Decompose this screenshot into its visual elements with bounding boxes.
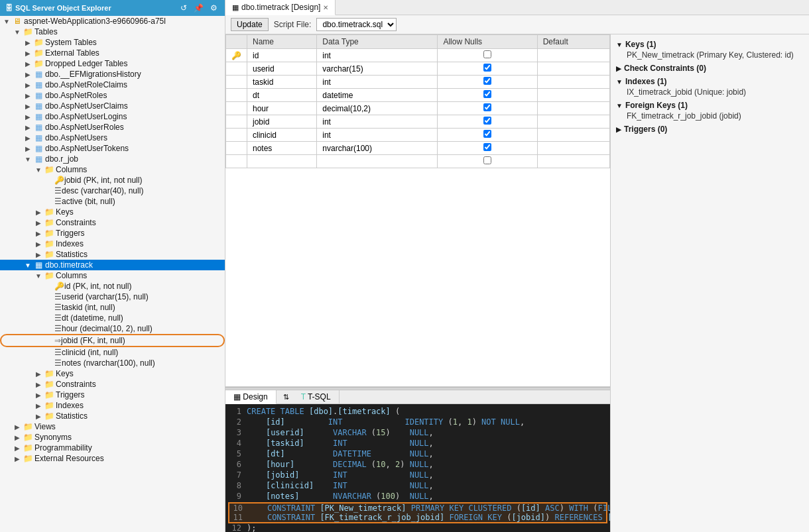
row-nulls-cell[interactable] xyxy=(438,129,537,142)
allow-nulls-checkbox[interactable] xyxy=(483,90,491,98)
timetrack-child-node[interactable]: ▶📁Constraints xyxy=(0,379,225,390)
timetrack-columns-node[interactable]: ▼ 📁 Columns xyxy=(0,270,225,281)
row-name-cell[interactable]: dt xyxy=(247,89,317,102)
check-constraints-expand[interactable]: ▶ xyxy=(616,65,621,72)
row-datatype-cell[interactable]: int xyxy=(317,129,438,142)
synonyms-node[interactable]: ▶ 📁 Synonyms xyxy=(0,432,225,443)
row-name-cell[interactable]: hour xyxy=(247,102,317,115)
row-datatype-cell[interactable]: datetime xyxy=(317,89,438,102)
row-default-cell[interactable] xyxy=(537,155,609,168)
design-tab[interactable]: ▦ Design xyxy=(225,390,277,404)
column-node[interactable]: ☰desc (varchar(40), null) xyxy=(0,186,225,196)
table-node[interactable]: ▶▦dbo.AspNetUserTokens xyxy=(0,143,225,154)
triggers-expand-icon[interactable]: ▶ xyxy=(616,126,621,133)
table-node[interactable]: ▶▦dbo.AspNetUserClaims xyxy=(0,101,225,111)
foreign-keys-expand-icon[interactable]: ▼ xyxy=(616,102,623,109)
allow-nulls-checkbox[interactable] xyxy=(483,130,491,138)
tables-node[interactable]: ▼ 📁 Tables xyxy=(0,27,225,37)
system-tables-node[interactable]: ▶ 📁 System Tables xyxy=(0,37,225,48)
allow-nulls-checkbox[interactable] xyxy=(483,77,491,85)
table-row[interactable]: 🔑 id int xyxy=(226,49,610,62)
update-button[interactable]: Update xyxy=(231,18,269,31)
row-default-cell[interactable] xyxy=(537,89,609,102)
timetrack-child-node[interactable]: ▶📁Keys xyxy=(0,368,225,379)
swap-button[interactable]: ⇅ xyxy=(279,391,293,403)
refresh-button[interactable]: ↺ xyxy=(178,3,189,13)
timetrack-col-node[interactable]: ⇒jobid (FK, int, null) xyxy=(0,334,225,347)
settings-button[interactable]: ⚙ xyxy=(208,3,219,13)
column-node[interactable]: 🔑jobid (PK, int, not null) xyxy=(0,175,225,186)
row-datatype-cell[interactable]: decimal(10,2) xyxy=(317,102,438,115)
row-datatype-cell[interactable]: int xyxy=(317,49,438,62)
table-row[interactable]: userid varchar(15) xyxy=(226,62,610,76)
table-node[interactable]: ▶▦dbo.__EFMigrationsHistory xyxy=(0,69,225,80)
timetrack-col-node[interactable]: 🔑id (PK, int, not null) xyxy=(0,281,225,292)
timetrack-child-node[interactable]: ▶📁Indexes xyxy=(0,400,225,411)
column-node[interactable]: ☰active (bit, null) xyxy=(0,196,225,207)
dropped-ledger-node[interactable]: ▶ 📁 Dropped Ledger Tables xyxy=(0,58,225,69)
tsql-tab[interactable]: T T-SQL xyxy=(293,390,340,403)
row-name-cell[interactable]: notes xyxy=(247,142,317,155)
allow-nulls-checkbox[interactable] xyxy=(483,156,491,164)
row-name-cell[interactable] xyxy=(247,155,317,168)
row-name-cell[interactable]: id xyxy=(247,49,317,62)
row-nulls-cell[interactable] xyxy=(438,76,537,89)
row-name-cell[interactable]: jobid xyxy=(247,115,317,129)
row-name-cell[interactable]: taskid xyxy=(247,76,317,89)
timetrack-col-node[interactable]: ☰userid (varchar(15), null) xyxy=(0,292,225,302)
keys-expand-icon[interactable]: ▼ xyxy=(616,41,623,48)
row-default-cell[interactable] xyxy=(537,115,609,129)
table-row[interactable]: notes nvarchar(100) xyxy=(226,142,610,155)
r-job-columns-node[interactable]: ▼ 📁 Columns xyxy=(0,164,225,175)
tree-child-node[interactable]: ▶📁Triggers xyxy=(0,228,225,239)
tree-child-node[interactable]: ▶📁Keys xyxy=(0,207,225,217)
allow-nulls-checkbox[interactable] xyxy=(483,143,491,151)
timetrack-col-node[interactable]: ☰dt (datetime, null) xyxy=(0,313,225,323)
row-default-cell[interactable] xyxy=(537,129,609,142)
table-node[interactable]: ▶▦dbo.AspNetRoles xyxy=(0,90,225,101)
table-row[interactable]: dt datetime xyxy=(226,89,610,102)
external-tables-node[interactable]: ▶ 📁 External Tables xyxy=(0,48,225,58)
pin-button[interactable]: 📌 xyxy=(192,3,206,13)
row-nulls-cell[interactable] xyxy=(438,115,537,129)
row-datatype-cell[interactable]: nvarchar(100) xyxy=(317,142,438,155)
table-row[interactable]: taskid int xyxy=(226,76,610,89)
timetrack-col-node[interactable]: ☰notes (nvarchar(100), null) xyxy=(0,358,225,368)
main-tab[interactable]: ▦ dbo.timetrack [Design] ✕ xyxy=(225,0,336,15)
timetrack-col-node[interactable]: ☰clinicid (int, null) xyxy=(0,347,225,358)
row-nulls-cell[interactable] xyxy=(438,155,537,168)
allow-nulls-checkbox[interactable] xyxy=(483,50,491,58)
programmability-node[interactable]: ▶ 📁 Programmability xyxy=(0,443,225,453)
row-default-cell[interactable] xyxy=(537,62,609,76)
table-row[interactable]: jobid int xyxy=(226,115,610,129)
row-default-cell[interactable] xyxy=(537,76,609,89)
timetrack-node[interactable]: ▼ ▦ dbo.timetrack xyxy=(0,260,225,270)
tree-child-node[interactable]: ▶📁Constraints xyxy=(0,217,225,228)
script-file-select[interactable]: dbo.timetrack.sql xyxy=(316,18,397,31)
allow-nulls-checkbox[interactable] xyxy=(483,117,491,125)
table-node[interactable]: ▶▦dbo.AspNetUserLogins xyxy=(0,111,225,122)
table-node[interactable]: ▶▦dbo.AspNetUserRoles xyxy=(0,122,225,133)
row-default-cell[interactable] xyxy=(537,142,609,155)
views-node[interactable]: ▶ 📁 Views xyxy=(0,421,225,432)
row-datatype-cell[interactable]: varchar(15) xyxy=(317,62,438,76)
timetrack-col-node[interactable]: ☰hour (decimal(10, 2), null) xyxy=(0,323,225,334)
server-node[interactable]: ▼ 🖥 aspnet-WebApplication3-e9660966-a75l xyxy=(0,16,225,27)
tree-child-node[interactable]: ▶📁Indexes xyxy=(0,239,225,249)
table-row[interactable] xyxy=(226,155,610,168)
allow-nulls-checkbox[interactable] xyxy=(483,64,491,72)
timetrack-col-node[interactable]: ☰taskid (int, null) xyxy=(0,302,225,313)
table-row[interactable]: clinicid int xyxy=(226,129,610,142)
row-nulls-cell[interactable] xyxy=(438,142,537,155)
tab-close-button[interactable]: ✕ xyxy=(323,4,328,11)
r-job-node[interactable]: ▼ ▦ dbo.r_job xyxy=(0,154,225,164)
tree-child-node[interactable]: ▶📁Statistics xyxy=(0,249,225,260)
row-nulls-cell[interactable] xyxy=(438,89,537,102)
timetrack-child-node[interactable]: ▶📁Triggers xyxy=(0,390,225,400)
row-default-cell[interactable] xyxy=(537,49,609,62)
table-node[interactable]: ▶▦dbo.AspNetUsers xyxy=(0,133,225,143)
row-datatype-cell[interactable]: int xyxy=(317,115,438,129)
row-nulls-cell[interactable] xyxy=(438,102,537,115)
row-nulls-cell[interactable] xyxy=(438,49,537,62)
row-datatype-cell[interactable]: int xyxy=(317,76,438,89)
